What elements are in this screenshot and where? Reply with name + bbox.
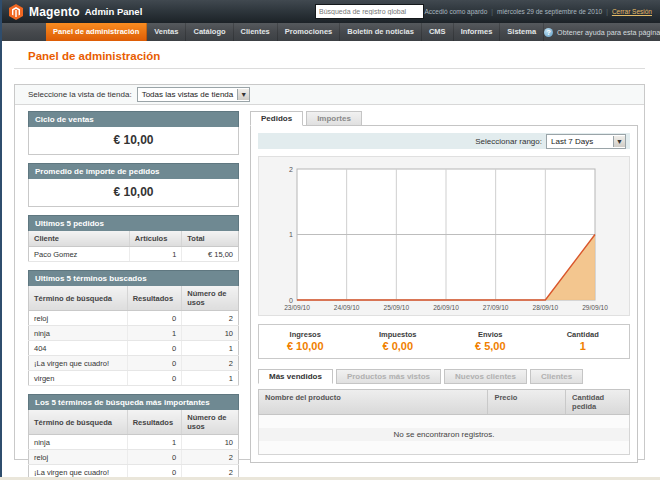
lifetime-sales-widget: Ciclo de ventas € 10,00 xyxy=(28,111,239,155)
table-cell: 10 xyxy=(182,326,239,341)
svg-text:0: 0 xyxy=(289,297,293,304)
report-tabs: Más vendidosProductos más vistosNuevos c… xyxy=(258,369,630,384)
total-value: € 5,00 xyxy=(444,340,537,352)
nav-item-ventas[interactable]: Ventas xyxy=(147,23,186,41)
current-date: miércoles 29 de septiembre de 2010 xyxy=(497,8,602,15)
svg-text:1: 1 xyxy=(289,231,293,238)
tab-clientes[interactable]: Clientes xyxy=(530,369,583,384)
table-row[interactable]: reloj02 xyxy=(29,311,239,326)
nav-item-promociones[interactable]: Promociones xyxy=(278,23,341,41)
widget-title: Los 5 términos de búsqueda más important… xyxy=(28,394,239,410)
table-header-row: Término de búsquedaResultadosNúmero de u… xyxy=(29,410,239,435)
nav-item-boletin-de-noticias[interactable]: Boletín de noticias xyxy=(340,23,422,41)
logout-link[interactable]: Cerrar Sesión xyxy=(612,8,652,15)
nav-item-clientes[interactable]: Clientes xyxy=(234,23,278,41)
meta-separator: | xyxy=(491,8,493,15)
svg-text:28/09/10: 28/09/10 xyxy=(532,304,558,311)
help-link[interactable]: ? Obtener ayuda para esta página xyxy=(544,23,660,41)
total-cantidad: Cantidad1 xyxy=(537,330,630,352)
average-orders-widget: Promedio de importe de pedidos € 10,00 xyxy=(28,163,239,207)
table-cell: 1 xyxy=(127,326,182,341)
last-search-terms-widget: Ultimos 5 términos buscados Término de b… xyxy=(28,270,239,386)
tab-importes[interactable]: Importes xyxy=(306,111,362,126)
header-meta: Accedió como apardo | miércoles 29 de se… xyxy=(424,8,660,15)
column-header: Término de búsqueda xyxy=(29,410,128,435)
dashboard-container: Seleccione la vista de tienda: Todas las… xyxy=(14,84,645,460)
total-value: € 10,00 xyxy=(259,340,352,352)
nav-item-cms[interactable]: CMS xyxy=(422,23,454,41)
top-search-terms-table: Término de búsquedaResultadosNúmero de u… xyxy=(28,410,239,480)
page-title: Panel de administración xyxy=(28,50,160,62)
nav-item-panel-de-administracion[interactable]: Panel de administración xyxy=(46,23,147,41)
total-label: Cantidad xyxy=(537,330,630,339)
tab-nuevos-clientes[interactable]: Nuevos clientes xyxy=(444,369,527,384)
column-header: Resultados xyxy=(127,286,182,311)
main-nav: Panel de administraciónVentasCatálogoCli… xyxy=(0,23,660,41)
store-view-select[interactable]: Todas las vistas de tienda ▼ xyxy=(137,87,251,102)
range-select[interactable]: Last 7 Days ▼ xyxy=(546,134,626,149)
table-cell: virgen xyxy=(29,371,128,386)
table-cell: ninja xyxy=(29,435,128,450)
table-cell: 0 xyxy=(127,356,182,371)
chart-tabs: PedidosImportes xyxy=(250,111,638,126)
store-switcher-label: Seleccione la vista de tienda: xyxy=(28,90,132,99)
table-row[interactable]: ninja110 xyxy=(29,435,239,450)
nav-item-informes[interactable]: Informes xyxy=(454,23,501,41)
svg-text:29/09/10: 29/09/10 xyxy=(582,304,608,311)
column-header: Artículos xyxy=(129,231,182,247)
svg-text:26/09/10: 26/09/10 xyxy=(433,304,459,311)
table-row[interactable]: ninja110 xyxy=(29,326,239,341)
svg-text:23/09/10: 23/09/10 xyxy=(284,304,310,311)
store-view-selected: Todas las vistas de tienda xyxy=(138,90,238,99)
nav-item-catalogo[interactable]: Catálogo xyxy=(186,23,233,41)
lifetime-sales-value: € 10,00 xyxy=(28,127,239,155)
empty-grid-message: No se encontraron registros. xyxy=(258,415,630,455)
total-value: € 0,00 xyxy=(352,340,445,352)
column-header: Número de usos xyxy=(182,410,239,435)
total-envios: Envios€ 5,00 xyxy=(444,330,537,352)
column-header: Total xyxy=(182,231,239,247)
table-cell: 0 xyxy=(127,371,182,386)
column-header: Número de usos xyxy=(182,286,239,311)
app-header: Magento Admin Panel Accedió como apardo … xyxy=(0,0,660,23)
svg-text:2: 2 xyxy=(289,166,293,173)
tab-productos-mas-vistos[interactable]: Productos más vistos xyxy=(336,369,441,384)
range-bar: Seleccionar rango: Last 7 Days ▼ xyxy=(258,133,630,149)
table-cell: ninja xyxy=(29,326,128,341)
magento-logo-icon xyxy=(9,4,23,20)
last-search-terms-table: Término de búsquedaResultadosNúmero de u… xyxy=(28,286,239,386)
table-row[interactable]: ¡La virgen que cuadro!02 xyxy=(29,356,239,371)
total-value: 1 xyxy=(537,340,630,352)
average-orders-value: € 10,00 xyxy=(28,179,239,207)
table-cell: 1 xyxy=(129,247,182,262)
table-cell: € 15,00 xyxy=(182,247,239,262)
table-row[interactable]: Paco Gomez1€ 15,00 xyxy=(29,247,239,262)
total-label: Envios xyxy=(444,330,537,339)
column-header: Resultados xyxy=(127,410,182,435)
widget-title: Promedio de importe de pedidos xyxy=(28,163,239,179)
window-edge-left xyxy=(0,0,2,480)
global-search-input[interactable] xyxy=(315,4,424,19)
chart-panel: Seleccionar rango: Last 7 Days ▼ 01223/0… xyxy=(250,125,638,463)
tab-mas-vendidos[interactable]: Más vendidos xyxy=(258,369,333,384)
dashboard-main-panel: PedidosImportes Seleccionar rango: Last … xyxy=(250,111,638,463)
table-cell: 2 xyxy=(182,450,239,465)
nav-item-sistema[interactable]: Sistema xyxy=(500,23,544,41)
chevron-down-icon: ▼ xyxy=(237,89,249,100)
table-row[interactable]: reloj02 xyxy=(29,450,239,465)
table-row[interactable]: 40401 xyxy=(29,341,239,356)
table-cell: 10 xyxy=(182,435,239,450)
table-cell: reloj xyxy=(29,450,128,465)
table-row[interactable]: virgen01 xyxy=(29,371,239,386)
help-icon: ? xyxy=(544,28,553,37)
column-header[interactable]: Nombre del producto xyxy=(259,390,488,414)
nav-menu: Panel de administraciónVentasCatálogoCli… xyxy=(46,23,544,41)
title-divider xyxy=(14,68,645,69)
column-header[interactable]: Cantidad pedida xyxy=(566,390,629,414)
tab-pedidos[interactable]: Pedidos xyxy=(250,111,303,126)
column-header[interactable]: Precio xyxy=(488,390,566,414)
products-grid-header: Nombre del producto Precio Cantidad pedi… xyxy=(258,389,630,415)
totals-strip: Ingresos€ 10,00Impuestos€ 0,00Envios€ 5,… xyxy=(258,324,630,359)
column-header: Cliente xyxy=(29,231,130,247)
svg-text:25/09/10: 25/09/10 xyxy=(383,304,409,311)
